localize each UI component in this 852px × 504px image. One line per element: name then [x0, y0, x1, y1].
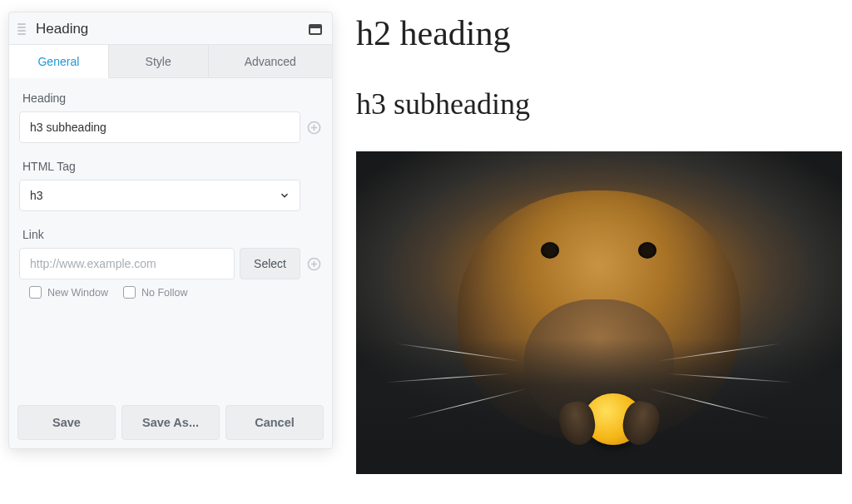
- no-follow-checkbox[interactable]: No Follow: [123, 286, 188, 299]
- tab-advanced[interactable]: Advanced: [209, 45, 332, 78]
- new-window-label: New Window: [47, 287, 108, 299]
- link-select-button[interactable]: Select: [240, 248, 300, 279]
- html-tag-field-label: HTML Tag: [19, 155, 327, 180]
- preview-image: [356, 151, 842, 474]
- checkbox-icon: [123, 286, 136, 299]
- save-button[interactable]: Save: [17, 405, 116, 440]
- panel-footer: Save Save As... Cancel: [9, 398, 332, 448]
- preview-h3: h3 subheading: [356, 86, 842, 121]
- panel-spacer: [19, 310, 327, 393]
- cancel-button[interactable]: Cancel: [225, 405, 324, 440]
- checkbox-icon: [29, 286, 42, 299]
- panel-header: Heading: [9, 12, 332, 44]
- tab-general[interactable]: General: [9, 45, 109, 78]
- save-as-button[interactable]: Save As...: [121, 405, 220, 440]
- html-tag-field-block: HTML Tag: [19, 155, 327, 211]
- heading-input[interactable]: [19, 111, 300, 143]
- preview-h2: h2 heading: [356, 13, 842, 53]
- preview-canvas: h2 heading h3 subheading: [356, 13, 842, 474]
- heading-field-label: Heading: [19, 86, 327, 111]
- panel-title: Heading: [36, 21, 309, 37]
- panel-body: Heading HTML Tag: [9, 78, 332, 398]
- link-connect-icon[interactable]: [305, 255, 322, 272]
- panel-tabs: General Style Advanced: [9, 44, 332, 78]
- drag-handle-icon[interactable]: [17, 23, 27, 35]
- heading-field-block: Heading: [19, 86, 327, 143]
- no-follow-label: No Follow: [141, 287, 188, 299]
- link-input[interactable]: [19, 248, 235, 279]
- heading-connect-icon[interactable]: [305, 119, 322, 136]
- html-tag-select[interactable]: [19, 180, 300, 211]
- new-window-checkbox[interactable]: New Window: [29, 286, 108, 299]
- link-field-block: Link Select New Window No Follow: [19, 223, 327, 299]
- tab-style[interactable]: Style: [109, 45, 209, 78]
- link-options-row: New Window No Follow: [19, 279, 327, 299]
- responsive-toggle-icon[interactable]: [309, 24, 322, 35]
- link-field-label: Link: [19, 223, 327, 248]
- heading-editor-panel: Heading General Style Advanced Heading H…: [8, 12, 333, 449]
